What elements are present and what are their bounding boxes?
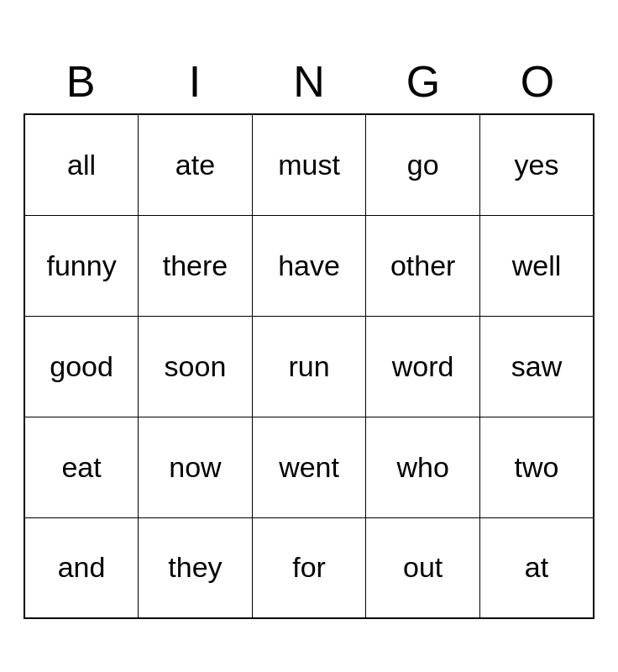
grid-row: allatemustgoyes	[24, 114, 594, 215]
grid-row: eatnowwentwhotwo	[24, 417, 594, 517]
grid-cell: and	[24, 517, 139, 618]
grid-cell: go	[366, 114, 480, 215]
grid-cell: for	[252, 517, 366, 618]
grid-cell: they	[139, 517, 253, 618]
grid-cell: two	[479, 417, 594, 517]
grid-cell: eat	[24, 417, 139, 517]
grid-row: andtheyforoutat	[24, 517, 594, 618]
grid-cell: well	[479, 215, 594, 316]
grid-cell: have	[252, 215, 366, 316]
header-letter: G	[366, 53, 480, 110]
grid-cell: out	[366, 517, 480, 618]
grid-cell: must	[252, 114, 366, 215]
grid-cell: yes	[479, 114, 594, 215]
grid-cell: good	[24, 316, 139, 417]
grid-cell: at	[479, 517, 594, 618]
header-letter: B	[24, 53, 138, 110]
bingo-card: BINGO allatemustgoyesfunnytherehaveother…	[24, 53, 594, 619]
grid-cell: all	[24, 114, 139, 215]
grid-cell: ate	[139, 114, 253, 215]
bingo-grid: allatemustgoyesfunnytherehaveotherwellgo…	[24, 113, 594, 619]
grid-cell: went	[252, 417, 366, 517]
grid-cell: who	[366, 417, 480, 517]
grid-cell: funny	[24, 215, 139, 316]
grid-cell: now	[139, 417, 253, 517]
grid-cell: there	[139, 215, 253, 316]
header-letter: I	[138, 53, 252, 110]
grid-cell: soon	[139, 316, 253, 417]
grid-row: goodsoonrunwordsaw	[24, 316, 594, 417]
grid-cell: run	[252, 316, 366, 417]
grid-cell: word	[366, 316, 480, 417]
bingo-header: BINGO	[24, 53, 594, 110]
grid-cell: other	[366, 215, 480, 316]
header-letter: N	[252, 53, 366, 110]
grid-cell: saw	[479, 316, 594, 417]
header-letter: O	[480, 53, 594, 110]
grid-row: funnytherehaveotherwell	[24, 215, 594, 316]
